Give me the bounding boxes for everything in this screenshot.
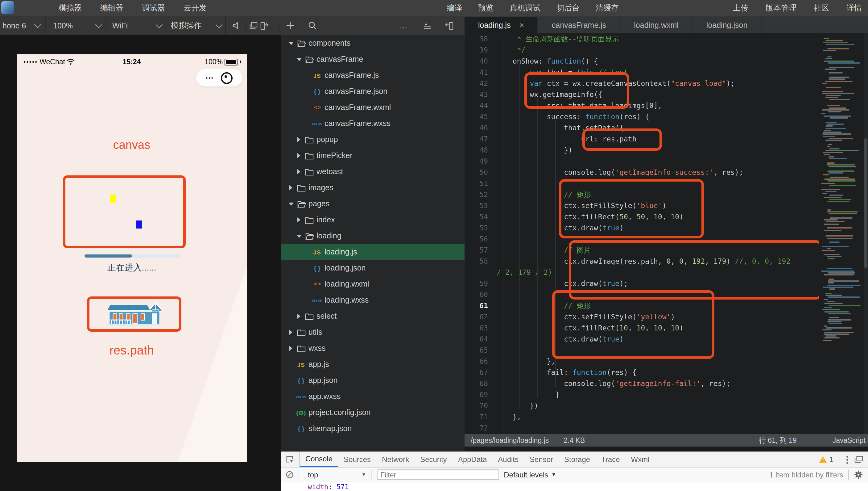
tree-item-utils[interactable]: utils: [281, 324, 465, 340]
tree-item-label: canvasFrame: [316, 55, 363, 64]
devtools-tab-appdata[interactable]: AppData: [453, 452, 492, 467]
filter-input[interactable]: [377, 469, 499, 480]
devtools-tab-wxml[interactable]: Wxml: [625, 452, 655, 467]
sound-icon[interactable]: [231, 20, 242, 31]
tree-item-timePicker[interactable]: timePicker: [281, 148, 465, 164]
tree-item-wxss[interactable]: wxss: [281, 340, 465, 356]
tree-item-pages[interactable]: pages: [281, 196, 465, 212]
tree-item-loading.js[interactable]: JSloading.js: [281, 244, 465, 260]
tree-item-index[interactable]: index: [281, 212, 465, 228]
devtools-tab-sensor[interactable]: Sensor: [524, 452, 559, 467]
devtools-tab-trace[interactable]: Trace: [596, 452, 625, 467]
cursor-position[interactable]: 行 61, 列 19: [759, 436, 797, 445]
tree-item-canvasFrame.json[interactable]: { }canvasFrame.json: [281, 83, 465, 99]
menu-item-预览[interactable]: 预览: [478, 0, 494, 16]
tree-item-loading[interactable]: loading: [281, 228, 465, 244]
tree-item-canvasFrame.js[interactable]: JScanvasFrame.js: [281, 67, 465, 83]
tree-item-canvasFrame.wxss[interactable]: wxsscanvasFrame.wxss: [281, 115, 465, 132]
menu-item-社区[interactable]: 社区: [814, 0, 829, 16]
tree-item-app.wxss[interactable]: wxssapp.wxss: [281, 388, 465, 405]
hide-sidebar-icon[interactable]: [444, 20, 455, 31]
editor-tab-loading.json[interactable]: loading.json: [693, 17, 762, 33]
dock-panel-icon[interactable]: [855, 456, 863, 463]
menu-item-上传[interactable]: 上传: [733, 0, 748, 16]
devtools-menu-icon[interactable]: [846, 456, 848, 464]
simulate-action-select[interactable]: 模拟操作: [166, 16, 226, 35]
menu-item-真机调试[interactable]: 真机调试: [509, 0, 540, 16]
log-levels-selector[interactable]: Default levels ▼: [504, 470, 556, 479]
minimap-line: [822, 193, 827, 194]
simulator-panel: ●●●●● WeChat 15:24 100% ••• canvas: [0, 35, 281, 491]
language-mode[interactable]: JavaScript: [833, 437, 866, 444]
devtools-tab-sources[interactable]: Sources: [338, 452, 376, 467]
more-options-icon[interactable]: …: [399, 20, 409, 31]
devtools-tab-network[interactable]: Network: [376, 452, 414, 467]
code-line-50: 50 console.log('getImageInfo-success:', …: [465, 167, 824, 178]
search-icon[interactable]: [307, 20, 318, 31]
line-number: 62: [465, 311, 495, 322]
tree-item-components[interactable]: components: [281, 35, 465, 51]
minimap[interactable]: [819, 33, 864, 434]
tree-item-select[interactable]: select: [281, 308, 465, 324]
scrollbar-thumb[interactable]: [864, 138, 867, 268]
tree-item-app.js[interactable]: JSapp.js: [281, 356, 465, 372]
network-select-label: WiFi: [112, 21, 128, 30]
miniprogram-capsule[interactable]: •••: [196, 69, 243, 86]
line-number: 47: [465, 134, 495, 145]
close-tab-icon[interactable]: ×: [520, 20, 524, 30]
tree-item-project.config.json[interactable]: {⚙}project.config.json: [281, 405, 465, 421]
minimap-line: [823, 91, 843, 92]
tree-item-loading.json[interactable]: { }loading.json: [281, 260, 465, 276]
tree-item-canvasFrame.wxml[interactable]: < >canvasFrame.wxml: [281, 99, 465, 115]
menu-item-编辑器[interactable]: 编辑器: [100, 0, 123, 16]
menu-item-调试器[interactable]: 调试器: [142, 0, 165, 16]
tree-item-label: project.config.json: [308, 408, 371, 417]
capsule-exit-icon[interactable]: [221, 72, 232, 84]
inspect-element-icon[interactable]: [281, 452, 300, 467]
capsule-more-icon[interactable]: •••: [206, 75, 214, 81]
context-selector[interactable]: top ▼: [304, 470, 366, 479]
indent-guide: [520, 64, 520, 409]
editor-scrollbar[interactable]: [864, 33, 868, 434]
device-select[interactable]: hone 6: [0, 16, 45, 35]
tree-item-images[interactable]: images: [281, 180, 465, 196]
console-key: width: [308, 483, 328, 491]
menu-item-切后台[interactable]: 切后台: [556, 0, 580, 16]
tree-item-canvasFrame[interactable]: canvasFrame: [281, 51, 465, 67]
devtools-tab-security[interactable]: Security: [414, 452, 453, 467]
menu-item-编译[interactable]: 编译: [447, 0, 462, 16]
devtools-tab-audits[interactable]: Audits: [492, 452, 524, 467]
tree-item-loading.wxml[interactable]: < >loading.wxml: [281, 276, 465, 292]
menu-item-模拟器[interactable]: 模拟器: [59, 0, 82, 16]
tree-item-wetoast[interactable]: wetoast: [281, 164, 465, 180]
multi-window-icon[interactable]: [248, 20, 258, 31]
tree-item-sitemap.json[interactable]: { }sitemap.json: [281, 421, 465, 437]
menu-item-详情[interactable]: 详情: [846, 0, 862, 16]
tree-item-loading.wxss[interactable]: wxssloading.wxss: [281, 292, 465, 308]
network-select[interactable]: WiFi: [105, 16, 167, 35]
tree-item-popup[interactable]: popup: [281, 132, 465, 148]
detach-simulator-icon[interactable]: [259, 20, 270, 31]
console-settings-gear-icon[interactable]: [854, 470, 863, 479]
editor-tab-loading.wxml[interactable]: loading.wxml: [620, 17, 693, 33]
zoom-select[interactable]: 100%: [45, 16, 106, 35]
tree-item-app.json[interactable]: { }app.json: [281, 372, 465, 388]
devtools-tab-console[interactable]: Console: [300, 452, 338, 467]
warning-badge[interactable]: 1: [819, 455, 833, 464]
editor-tab-loading.js[interactable]: loading.js×: [465, 17, 538, 33]
devtools-tab-storage[interactable]: Storage: [559, 452, 596, 467]
add-file-icon[interactable]: [285, 20, 296, 31]
minimap-line: [828, 258, 835, 259]
menu-item-版本管理[interactable]: 版本管理: [766, 0, 797, 16]
collapse-tree-icon[interactable]: [422, 20, 432, 31]
minimap-line: [830, 117, 848, 119]
menu-item-清缓存[interactable]: 清缓存: [596, 0, 619, 16]
menu-item-云开发[interactable]: 云开发: [184, 0, 207, 16]
code-line-44: 44 src: that.data.loadimgs[0],: [465, 100, 824, 111]
minimap-line: [829, 305, 861, 306]
minimap-line: [828, 62, 860, 64]
clear-console-icon[interactable]: [286, 471, 293, 479]
warning-count: 1: [830, 455, 833, 464]
editor-tab-canvasFrame.js[interactable]: canvasFrame.js: [538, 17, 620, 33]
chevron-right-icon: [287, 346, 295, 351]
